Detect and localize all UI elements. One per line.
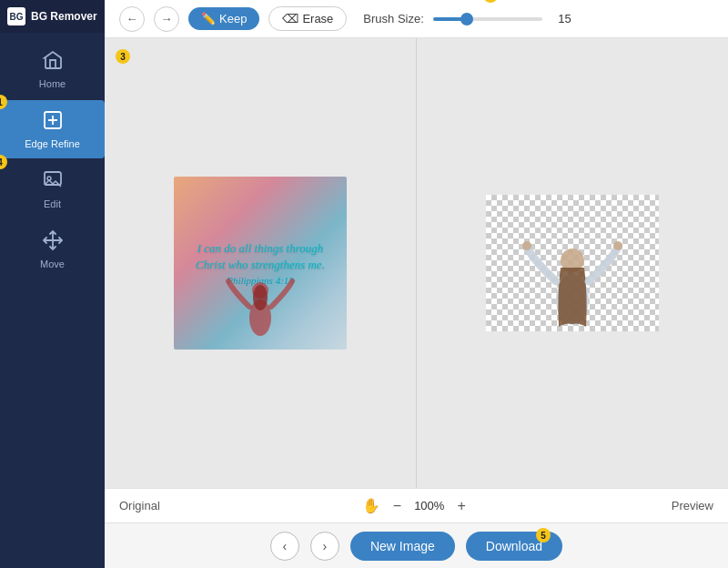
zoom-controls: ✋ − 100% + (160, 496, 672, 516)
brush-size-label: Brush Size: (363, 12, 423, 25)
svg-point-5 (253, 285, 268, 310)
sidebar-item-edge-refine-label: Edge Refine (25, 138, 80, 149)
canvas-right (417, 38, 728, 488)
edge-refine-icon (42, 109, 64, 135)
sidebar-item-edit-label: Edit (44, 198, 61, 209)
sidebar-item-edge-refine[interactable]: 1 Edge Refine (0, 100, 105, 158)
erase-label: Erase (302, 12, 333, 25)
canvas-left: 3 I can do all things throughChrist who … (105, 38, 417, 488)
person-silhouette-preview (513, 213, 632, 331)
preview-label: Preview (672, 499, 713, 512)
preview-image (486, 195, 659, 331)
original-image: I can do all things throughChrist who st… (174, 177, 347, 350)
canvas-left-badge: 3 (116, 49, 130, 64)
keep-label: Keep (219, 12, 247, 25)
sidebar-item-edit[interactable]: 4 Edit (0, 160, 105, 218)
erase-icon: ⌫ (282, 12, 298, 25)
sidebar-item-move[interactable]: Move (0, 220, 105, 279)
next-button[interactable]: › (310, 532, 339, 561)
sidebar: BG BG Remover Home 1 Edge Refine 4 Edit (0, 0, 105, 568)
brush-slider-container: 2 15 (433, 12, 571, 25)
zoom-out-button[interactable]: − (389, 496, 405, 516)
keep-button[interactable]: ✏️ Keep (188, 7, 259, 30)
canvas-area: 3 I can do all things throughChrist who … (105, 38, 728, 488)
brush-size-badge: 2 (483, 0, 498, 3)
redo-button[interactable]: → (154, 6, 179, 32)
edit-icon (42, 169, 64, 195)
app-name: BG Remover (31, 10, 97, 23)
brush-size-value: 15 (550, 12, 571, 25)
sidebar-header: BG BG Remover (0, 0, 105, 33)
sidebar-nav: Home 1 Edge Refine 4 Edit Move (0, 33, 105, 279)
footer-actions: ‹ › New Image Download 5 (105, 522, 728, 568)
new-image-button[interactable]: New Image (350, 532, 455, 561)
toolbar: ← → ✏️ Keep ⌫ Erase Brush Size: 2 15 (105, 0, 728, 38)
undo-button[interactable]: ← (119, 6, 145, 32)
home-icon (42, 49, 64, 75)
app-logo-icon: BG (7, 7, 25, 25)
keep-icon: ✏️ (201, 12, 216, 25)
sidebar-item-home-label: Home (39, 78, 66, 89)
bottom-bar: Original ✋ − 100% + Preview (105, 488, 728, 522)
sidebar-item-move-label: Move (40, 259, 65, 269)
svg-point-9 (613, 241, 622, 250)
footer-badge: 5 (536, 528, 551, 543)
hand-tool-icon[interactable]: ✋ (362, 497, 380, 514)
person-silhouette-original (224, 263, 297, 340)
move-icon (42, 229, 64, 255)
zoom-in-button[interactable]: + (453, 496, 469, 516)
erase-button[interactable]: ⌫ Erase (268, 6, 347, 31)
prev-button[interactable]: ‹ (270, 532, 299, 561)
zoom-level: 100% (414, 499, 444, 512)
original-label: Original (119, 499, 160, 512)
sidebar-item-home[interactable]: Home (0, 40, 105, 98)
brush-size-slider[interactable] (433, 17, 542, 21)
svg-point-8 (522, 241, 531, 250)
app-logo-text: BG (10, 12, 24, 22)
main-panel: ← → ✏️ Keep ⌫ Erase Brush Size: 2 15 3 (105, 0, 728, 568)
